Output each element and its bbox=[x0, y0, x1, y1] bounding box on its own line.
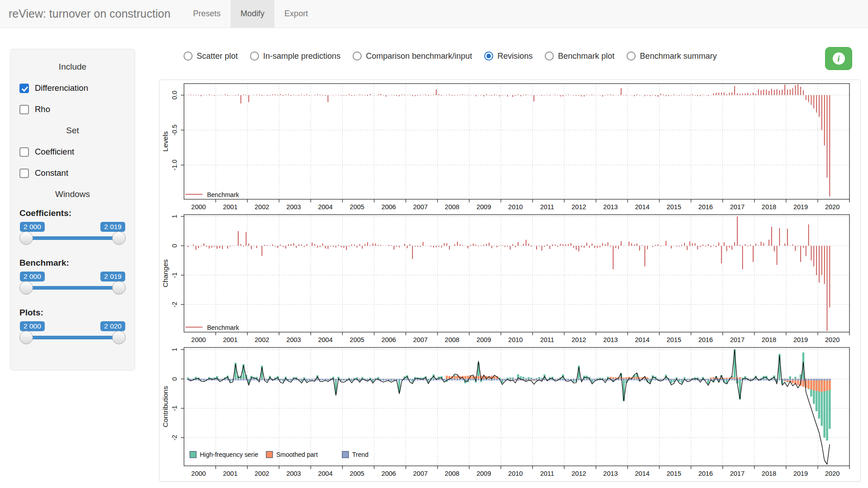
checkbox-checked-icon[interactable] bbox=[19, 84, 29, 93]
slider-handle-right[interactable] bbox=[112, 231, 126, 245]
x-tick-label: 2010 bbox=[508, 470, 523, 477]
x-tick-label: 2020 bbox=[825, 203, 840, 211]
set-heading: Set bbox=[19, 126, 126, 136]
x-tick-label: 2008 bbox=[445, 336, 459, 343]
radio-unselected-icon[interactable] bbox=[353, 52, 362, 61]
nav-tabs: PresetsModifyExport bbox=[183, 0, 318, 28]
checkbox-unchecked-icon[interactable] bbox=[19, 169, 29, 178]
radio-benchmark-plot[interactable]: Benchmark plot bbox=[545, 52, 614, 61]
slider-handle-right[interactable] bbox=[112, 331, 126, 344]
y-axis-title: Contributions bbox=[161, 386, 169, 427]
x-tick-label: 2009 bbox=[476, 470, 491, 477]
x-tick-label: 2013 bbox=[603, 470, 618, 477]
x-tick-label: 2019 bbox=[793, 336, 808, 343]
checkbox-differenciation[interactable]: Differenciation bbox=[19, 83, 126, 93]
tab-export[interactable]: Export bbox=[274, 0, 318, 28]
x-tick-label: 2014 bbox=[635, 336, 649, 343]
x-tick-label: 2018 bbox=[762, 470, 776, 477]
x-tick-label: 2011 bbox=[540, 336, 554, 343]
tab-modify[interactable]: Modify bbox=[231, 0, 274, 28]
checkbox-coefficient[interactable]: Coefficient bbox=[19, 147, 126, 157]
x-tick-label: 2012 bbox=[571, 203, 586, 211]
radio-in-sample-predictions[interactable]: In-sample predictions bbox=[250, 52, 340, 61]
tab-presets[interactable]: Presets bbox=[183, 0, 231, 28]
slider-label: Plots: bbox=[19, 308, 126, 318]
x-tick-label: 2002 bbox=[255, 470, 269, 477]
slider-track[interactable]: 2 0002 019 bbox=[26, 236, 119, 240]
radio-revisions[interactable]: Revisions bbox=[484, 52, 533, 61]
checkbox-rho[interactable]: Rho bbox=[19, 104, 126, 114]
x-tick-label: 2004 bbox=[318, 203, 332, 211]
checkbox-unchecked-icon[interactable] bbox=[19, 105, 29, 114]
checkbox-unchecked-icon[interactable] bbox=[19, 147, 29, 157]
x-tick-label: 2005 bbox=[350, 470, 364, 477]
radio-unselected-icon[interactable] bbox=[250, 52, 259, 61]
slider-group-benchmark: Benchmark:2 0002 019 bbox=[19, 258, 126, 290]
x-tick-label: 2013 bbox=[603, 336, 618, 343]
slider-track[interactable]: 2 0002 020 bbox=[26, 336, 119, 339]
x-tick-label: 2011 bbox=[540, 203, 554, 211]
plot-type-radio-row: Scatter plotIn-sample predictionsCompari… bbox=[184, 48, 717, 64]
y-tick-label: 0 bbox=[171, 244, 178, 248]
range-slider[interactable]: 2 0002 019 bbox=[19, 236, 126, 240]
radio-unselected-icon[interactable] bbox=[627, 52, 636, 61]
x-tick-label: 2010 bbox=[508, 336, 523, 343]
legend-label: Benchmark bbox=[207, 324, 240, 331]
slider-track[interactable]: 2 0002 019 bbox=[26, 286, 119, 290]
legend-label: Trend bbox=[352, 451, 368, 458]
x-tick-label: 2019 bbox=[793, 470, 808, 477]
plot-frame bbox=[184, 347, 849, 466]
x-tick-label: 2000 bbox=[191, 470, 206, 477]
windows-heading: Windows bbox=[19, 189, 126, 199]
x-tick-label: 2003 bbox=[286, 336, 301, 343]
range-slider[interactable]: 2 0002 019 bbox=[19, 286, 126, 290]
checkbox-label: Differenciation bbox=[35, 83, 88, 93]
radio-unselected-icon[interactable] bbox=[184, 52, 193, 61]
checkbox-label: Coefficient bbox=[35, 147, 74, 157]
y-tick-label: -1 bbox=[171, 272, 178, 278]
x-tick-label: 2015 bbox=[667, 203, 681, 211]
x-tick-label: 2003 bbox=[286, 470, 301, 477]
sidebar: Include DifferenciationRho Set Coefficie… bbox=[10, 49, 135, 371]
radio-benchmark-summary[interactable]: Benchmark summary bbox=[627, 52, 717, 61]
radio-scatter-plot[interactable]: Scatter plot bbox=[184, 52, 238, 61]
slider-handle-left[interactable] bbox=[19, 231, 33, 245]
y-tick-label: 0.0 bbox=[171, 91, 178, 100]
series-benchmark-revisions-changes bbox=[188, 216, 830, 331]
x-tick-label: 2001 bbox=[223, 336, 237, 343]
x-tick-label: 2005 bbox=[350, 336, 364, 343]
x-tick-label: 2014 bbox=[635, 203, 649, 211]
slider-handle-left[interactable] bbox=[19, 331, 33, 344]
legend-label: High-frequency serie bbox=[200, 451, 258, 458]
x-tick-label: 2006 bbox=[382, 336, 396, 343]
include-heading: Include bbox=[19, 62, 126, 72]
app-title: reView: turnover on construction bbox=[0, 0, 183, 28]
x-tick-label: 2018 bbox=[762, 203, 776, 211]
charts-panel: 0.0-0.5-1.0Levels20002001200220032004200… bbox=[159, 80, 861, 482]
x-tick-label: 2008 bbox=[445, 203, 459, 211]
info-icon: i bbox=[833, 52, 845, 65]
slider-handle-left[interactable] bbox=[19, 281, 33, 295]
range-slider[interactable]: 2 0002 020 bbox=[19, 336, 126, 339]
plot-frame bbox=[184, 84, 849, 199]
x-tick-label: 2000 bbox=[191, 336, 206, 343]
y-tick-label: -1 bbox=[171, 405, 178, 411]
x-tick-label: 2016 bbox=[698, 470, 713, 477]
slider-to-value: 2 019 bbox=[100, 272, 125, 282]
radio-comparison-benchmark-input[interactable]: Comparison benchmark/input bbox=[353, 52, 472, 61]
legend-square-swatch bbox=[342, 451, 349, 458]
slider-group-coefficients: Coefficients:2 0002 019 bbox=[19, 208, 126, 240]
radio-selected-icon[interactable] bbox=[484, 52, 493, 61]
slider-from-value: 2 000 bbox=[20, 321, 45, 331]
slider-handle-right[interactable] bbox=[112, 281, 126, 295]
checkbox-constant[interactable]: Constant bbox=[19, 168, 126, 178]
info-button[interactable]: i bbox=[825, 47, 852, 70]
y-axis-title: Levels bbox=[161, 131, 169, 151]
legend-label: Smoothed part bbox=[276, 451, 318, 458]
y-tick-label: 0 bbox=[171, 377, 178, 380]
radio-label: Benchmark summary bbox=[640, 52, 717, 61]
radio-unselected-icon[interactable] bbox=[545, 52, 554, 61]
x-tick-label: 2001 bbox=[223, 203, 237, 211]
x-tick-label: 2011 bbox=[540, 470, 554, 477]
x-tick-label: 2003 bbox=[286, 203, 301, 211]
